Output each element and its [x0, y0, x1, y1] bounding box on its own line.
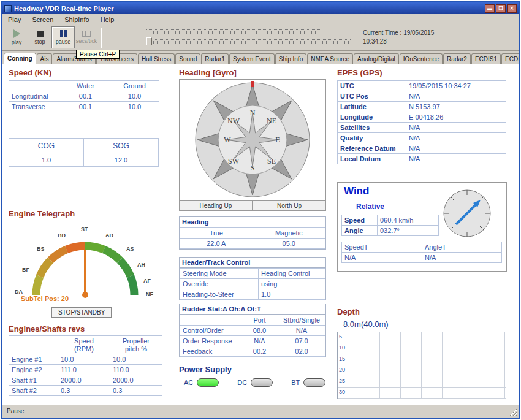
ac-indicator: [197, 378, 219, 387]
depth-chart: 5 10 15 20 25 30: [337, 332, 506, 399]
table-row: Engine #1 10.0 10.0: [9, 354, 162, 365]
tab-ais[interactable]: Ais: [37, 53, 53, 64]
svg-text:NW: NW: [227, 116, 240, 125]
wind-title: Wind: [344, 185, 369, 197]
tab-conning[interactable]: Conning: [4, 53, 36, 64]
table-row: LongitudeE 00418.26: [338, 112, 506, 123]
engines-table: Speed (RPM) Propeller pitch % Engine #1 …: [9, 335, 162, 396]
power-supply-title: Power Supply: [179, 365, 232, 374]
gyro-compass: N NE E SE S SW W NW: [179, 79, 326, 200]
menu-play[interactable]: Play: [2, 15, 26, 25]
table-row: Speed 060.4 km/h: [342, 215, 439, 226]
timeline-ruler-bottom[interactable]: [146, 39, 351, 45]
wind-table: Speed 060.4 km/h Angle 032.7°: [341, 215, 439, 236]
telegraph-panel-title: Engine Telegraph: [9, 209, 75, 218]
play-icon: [13, 29, 20, 38]
tab-ionsentence[interactable]: IOnSentence: [400, 53, 443, 64]
tab-system-event[interactable]: System Event: [229, 53, 275, 64]
table-row: Feedback 00.2 02.0: [180, 346, 325, 357]
power-item-dc: DC: [237, 378, 273, 387]
tab-radar1[interactable]: Radar1: [201, 53, 229, 64]
table-row: QualityN/A: [338, 133, 506, 143]
tab-radar2[interactable]: Radar2: [443, 53, 471, 64]
wind-compass: [441, 188, 493, 239]
epfs-table: UTC19/05/2015 10:34:27 UTC PosN/A Latitu…: [337, 80, 506, 164]
north-up-button[interactable]: North Up: [253, 200, 326, 211]
menubar: Play Screen ShipInfo Help: [2, 14, 519, 25]
table-row: Longitudinal 00.1 10.0: [9, 91, 159, 102]
svg-text:E: E: [275, 136, 280, 144]
menu-help[interactable]: Help: [95, 15, 120, 25]
current-time-display: Current Time : 19/05/2015 10:34:28: [363, 29, 434, 46]
depth-panel-title: Depth: [337, 307, 360, 316]
app-window: Headway VDR Real-time Player ▬ ❐ ✕ Play …: [1, 1, 520, 419]
depth-value: 8.0m(40.0m): [343, 319, 389, 329]
titlebar[interactable]: Headway VDR Real-time Player ▬ ❐ ✕: [2, 2, 519, 14]
table-row: Order Response N/A 07.0: [180, 336, 325, 346]
table-row: Engine #2 111.0 110.0: [9, 365, 162, 375]
epfs-panel-title: EPFS (GPS): [337, 68, 382, 77]
menu-shipinfo[interactable]: ShipInfo: [59, 15, 94, 25]
lubber-mark: [251, 81, 254, 87]
timeline-ruler-top[interactable]: [146, 29, 322, 35]
speed-table: Water Ground Longitudinal 00.1 10.0 Tran…: [9, 80, 159, 112]
gyro-panel-title: Heading [Gyro]: [179, 68, 237, 77]
table-row: Angle 032.7°: [342, 226, 439, 236]
toolbar-separator: [101, 28, 102, 48]
table-row: Local DatumN/A: [338, 154, 506, 164]
menu-screen[interactable]: Screen: [26, 15, 59, 25]
rudder-section: Rudder Stat:A Oh:A Ot:T Port Stbrd/Singl…: [179, 304, 326, 357]
tab-ecdis2[interactable]: ECDIS2: [501, 53, 519, 64]
rudder-table: Port Stbrd/Single Control/Order 08.0 N/A…: [180, 315, 325, 357]
stop-button[interactable]: stop: [28, 26, 51, 48]
track-control-title: Header/Track Control: [180, 258, 325, 268]
stop-standby-button[interactable]: STOP/STANDBY: [51, 307, 112, 318]
app-icon: [4, 5, 12, 12]
pause-icon: [60, 30, 67, 37]
table-row: 1.0 12.0: [9, 153, 159, 167]
table-row: Shaft #2 0.3 0.3: [9, 386, 162, 396]
table-row: UTC19/05/2015 10:34:27: [338, 81, 506, 91]
svg-text:N: N: [250, 109, 256, 117]
table-row: SatellitesN/A: [338, 123, 506, 133]
status-text: Pause: [4, 407, 508, 416]
rudder-section-title: Rudder Stat:A Oh:A Ot:T: [180, 304, 325, 315]
heading-section-title: Heading: [180, 217, 325, 227]
close-button[interactable]: ✕: [507, 4, 517, 13]
pause-tooltip: Pause Ctrl+P: [76, 50, 120, 59]
table-row: Transverse 00.1 10.0: [9, 102, 159, 112]
engines-panel-title: Engines/Shafts revs: [9, 324, 85, 334]
wind-reference: Relative: [356, 202, 384, 211]
table-row: N/A N/A: [342, 253, 502, 263]
conning-page: Speed (KN) Water Ground Longitudinal 00.…: [2, 64, 519, 405]
svg-text:W: W: [224, 136, 231, 144]
svg-text:SW: SW: [228, 157, 240, 166]
window-title: Headway VDR Real-time Player: [14, 5, 485, 12]
timeline-thumb[interactable]: [146, 37, 152, 45]
power-item-ac: AC: [184, 378, 219, 387]
secs-tick-button[interactable]: secs/tick: [75, 26, 98, 48]
table-row: Reference DatumN/A: [338, 143, 506, 154]
resize-grip[interactable]: [509, 408, 517, 416]
wind-panel: Wind Relative Speed 060.4 km/h: [337, 182, 507, 272]
statusbar: Pause: [2, 405, 519, 418]
tab-ship-info[interactable]: Ship Info: [275, 53, 306, 64]
maximize-button[interactable]: ❐: [496, 4, 506, 13]
cog-sog-table: COG SOG 1.0 12.0: [9, 138, 159, 167]
heading-up-button[interactable]: Heading Up: [179, 200, 253, 211]
tab-sound[interactable]: Sound: [175, 53, 200, 64]
dc-indicator: [251, 378, 273, 387]
tab-nmea-source[interactable]: NMEA Source: [307, 53, 353, 64]
tab-analog-digital[interactable]: Analog/Digital: [354, 53, 399, 64]
bt-indicator: [303, 378, 325, 387]
table-row: Override using: [180, 279, 325, 289]
minimize-button[interactable]: ▬: [485, 4, 495, 13]
track-control-table: Steering Mode Heading Control Override u…: [180, 268, 325, 300]
track-control-section: Header/Track Control Steering Mode Headi…: [179, 257, 326, 300]
pause-button[interactable]: pause: [51, 26, 75, 48]
svg-text:NE: NE: [267, 116, 276, 125]
tab-ecdis1[interactable]: ECDIS1: [471, 53, 501, 64]
subtel-position: SubTel Pos: 20: [21, 295, 69, 302]
tab-hull-stress[interactable]: Hull Stress: [138, 53, 175, 64]
play-button[interactable]: play: [5, 26, 28, 48]
